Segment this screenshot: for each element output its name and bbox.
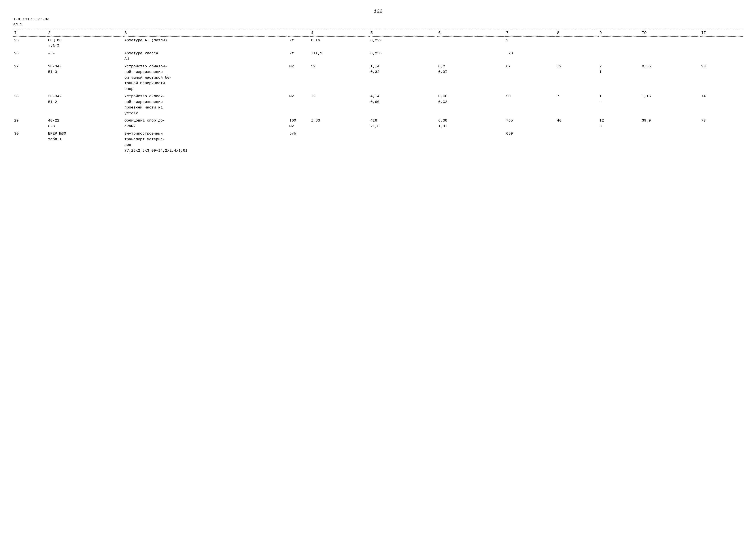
- cell-row30-col10: [641, 130, 700, 154]
- cell-row28-col9: I–: [599, 93, 641, 117]
- cell-row25-col9: [599, 36, 641, 50]
- cell-row29-col4: I,83: [310, 117, 370, 130]
- cell-row27-col7: 67: [505, 63, 556, 93]
- table-row: 28 30-3425I-2 Устройство оклееч-ной гидр…: [13, 93, 743, 117]
- cell-row26-col6: [437, 50, 505, 63]
- cell-row25-col11: [700, 36, 743, 50]
- cell-row29-col10: 39,9: [641, 117, 700, 130]
- cell-row26-col11: [700, 50, 743, 63]
- table-row: 27 30-3435I-3 Устройство обмазоч-ной гид…: [13, 63, 743, 93]
- doc-reference: Т.п.709-9-I26.93 Ал.5: [13, 17, 743, 27]
- cell-row26-col7: .28: [505, 50, 556, 63]
- cell-row26-col4: III,2: [310, 50, 370, 63]
- cell-row26-col9: [599, 50, 641, 63]
- cell-row27-col10: 0,55: [641, 63, 700, 93]
- cell-row30-col9: [599, 130, 641, 154]
- cell-row29-col3: Облицовка опор до-сками: [123, 117, 288, 130]
- cell-row30-col5: [370, 130, 437, 154]
- cell-row29-col2: 40-226–8: [47, 117, 124, 130]
- cell-row26-col1: 26: [13, 50, 47, 63]
- cell-row27-col1: 27: [13, 63, 47, 93]
- cell-row26-unit: кг: [288, 50, 310, 63]
- cell-row30-col6: [437, 130, 505, 154]
- cell-row28-col5: 4,I40,60: [370, 93, 437, 117]
- cell-row28-col11: I4: [700, 93, 743, 117]
- header-col5: 5: [370, 29, 437, 37]
- cell-row30-col3: Внутрипостроечныйтранспорт материа-лов77…: [123, 130, 288, 154]
- cell-row29-col7: 765: [505, 117, 556, 130]
- table-row: 25 ССЦ МОт.3-I Арматура АI (петли) кг 8,…: [13, 36, 743, 50]
- cell-row29-col8: 40: [556, 117, 599, 130]
- cell-row25-col4: 8,I6: [310, 36, 370, 50]
- cell-row29-unit: I00м2: [288, 117, 310, 130]
- cell-row28-col7: 50: [505, 93, 556, 117]
- table-row: 30 ЕРЕР №30табл.I Внутрипостроечныйтранс…: [13, 130, 743, 154]
- cell-row27-col3: Устройство обмазоч-ной гидроизоляциибиту…: [123, 63, 288, 93]
- doc-ref-line1: Т.п.709-9-I26.93: [13, 17, 743, 22]
- cell-row30-col2: ЕРЕР №30табл.I: [47, 130, 124, 154]
- cell-row30-col8: [556, 130, 599, 154]
- cell-row26-col3: Арматура классаАШ: [123, 50, 288, 63]
- cell-row25-col3: Арматура АI (петли): [123, 36, 288, 50]
- cell-row29-col11: 73: [700, 117, 743, 130]
- cell-row28-col2: 30-3425I-2: [47, 93, 124, 117]
- header-col9: 9: [599, 29, 641, 37]
- cell-row30-col1: 30: [13, 130, 47, 154]
- header-col11: II: [700, 29, 743, 37]
- header-col2: 2: [47, 29, 124, 37]
- cell-row27-col9: 2I: [599, 63, 641, 93]
- cell-row28-col4: I2: [310, 93, 370, 117]
- cell-row28-col10: I,I6: [641, 93, 700, 117]
- header-col8: 8: [556, 29, 599, 37]
- cell-row28-unit: м2: [288, 93, 310, 117]
- header-col1: I: [13, 29, 47, 37]
- cell-row27-col6: 0,C0,0I: [437, 63, 505, 93]
- cell-row27-col4: 59: [310, 63, 370, 93]
- header-col10: IO: [641, 29, 700, 37]
- header-col3: 3: [123, 29, 310, 37]
- cell-row25-col10: [641, 36, 700, 50]
- doc-ref-line2: Ал.5: [13, 22, 743, 27]
- cell-row27-unit: м2: [288, 63, 310, 93]
- cell-row28-col8: 7: [556, 93, 599, 117]
- cell-row30-col11: [700, 130, 743, 154]
- cell-row30-unit: руб: [288, 130, 310, 154]
- cell-row27-col8: I9: [556, 63, 599, 93]
- cell-row29-col6: 6,38I,9I: [437, 117, 505, 130]
- header-col4: 4: [310, 29, 370, 37]
- cell-row29-col5: 4I82I,6: [370, 117, 437, 130]
- cell-row28-col6: 0,C60,C2: [437, 93, 505, 117]
- cell-row28-col3: Устройство оклееч-ной гидроизоляциипроез…: [123, 93, 288, 117]
- cell-row30-col4: [310, 130, 370, 154]
- cell-row30-col7: 659: [505, 130, 556, 154]
- cell-row29-col1: 29: [13, 117, 47, 130]
- header-col7: 7: [505, 29, 556, 37]
- cell-row27-col2: 30-3435I-3: [47, 63, 124, 93]
- page-number: 122: [13, 9, 743, 14]
- cell-row26-col10: [641, 50, 700, 63]
- table-row: 29 40-226–8 Облицовка опор до-сками I00м…: [13, 117, 743, 130]
- main-table: I 2 3 4 5 6 7 8 9 IO II 25 ССЦ МОт.3-I А…: [13, 29, 743, 154]
- cell-row28-col1: 28: [13, 93, 47, 117]
- header-col6: 6: [437, 29, 505, 37]
- cell-row25-col2: ССЦ МОт.3-I: [47, 36, 124, 50]
- table-header-row: I 2 3 4 5 6 7 8 9 IO II: [13, 29, 743, 37]
- cell-row27-col5: I,I40,32: [370, 63, 437, 93]
- cell-row27-col11: 33: [700, 63, 743, 93]
- cell-row25-col8: [556, 36, 599, 50]
- cell-row25-col5: 0,229: [370, 36, 437, 50]
- cell-row26-col2: –"–: [47, 50, 124, 63]
- cell-row26-col5: 0,250: [370, 50, 437, 63]
- cell-row26-col8: [556, 50, 599, 63]
- cell-row29-col9: I23: [599, 117, 641, 130]
- cell-row25-col1: 25: [13, 36, 47, 50]
- cell-row25-col7: 2: [505, 36, 556, 50]
- table-row: 26 –"– Арматура классаАШ кг III,2 0,250 …: [13, 50, 743, 63]
- cell-row25-col6: [437, 36, 505, 50]
- cell-row25-unit: кг: [288, 36, 310, 50]
